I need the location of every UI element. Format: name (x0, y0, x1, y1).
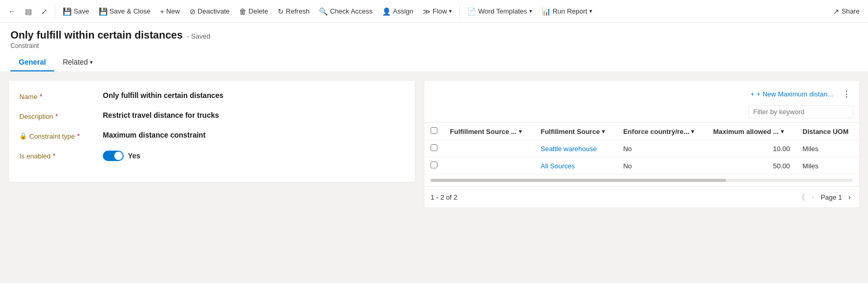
page-title: Only fulfill within certain distances (10, 29, 183, 41)
check-access-icon: 🔍 (319, 7, 328, 16)
row1-col1 (444, 157, 534, 175)
new-maximum-button[interactable]: + + New Maximum distan... (747, 88, 836, 100)
grid-more-button[interactable]: ⋮ (840, 87, 853, 101)
row0-col4: 10.00 (707, 140, 796, 157)
back-button[interactable]: ← (4, 4, 20, 19)
row1-checkbox-cell (424, 157, 444, 175)
more-icon: ⋮ (842, 90, 851, 99)
related-chevron-icon: ▾ (90, 59, 93, 66)
constraint-type-field-row: 🔒 Constraint type * Maximum distance con… (19, 131, 405, 140)
save-close-button[interactable]: 💾 Save & Close (94, 4, 155, 19)
popup-icon: ⤢ (41, 7, 47, 16)
run-report-icon: 📊 (542, 7, 551, 16)
left-panel: Name * Only fulfill within certain dista… (8, 80, 415, 182)
row0-col3: No (617, 140, 707, 157)
right-panel: + + New Maximum distan... ⋮ Fulfillment … (424, 80, 860, 208)
is-enabled-required-indicator: * (53, 152, 55, 160)
first-page-button[interactable]: ⟪ (799, 191, 807, 203)
row1-checkbox[interactable] (431, 162, 437, 168)
run-report-chevron-icon: ▾ (589, 8, 592, 15)
grid-header: + + New Maximum distan... ⋮ (424, 87, 859, 105)
delete-button[interactable]: 🗑 Delete (235, 4, 272, 19)
back-icon: ← (8, 7, 16, 16)
name-value: Only fulfill within certain distances (103, 91, 405, 100)
popup-button[interactable]: ⤢ (37, 4, 52, 19)
row0-col5: Miles (796, 140, 859, 157)
row0-checkbox[interactable] (431, 144, 437, 151)
new-button[interactable]: + New (156, 4, 184, 19)
select-all-checkbox[interactable] (431, 127, 437, 134)
filter-row (424, 105, 859, 122)
new-maximum-icon: + (751, 90, 755, 98)
save-icon: 💾 (63, 7, 72, 16)
name-required-indicator: * (40, 92, 42, 101)
col-header-fulfillment-source-num[interactable]: Fulfillment Source ... ▾ (444, 123, 534, 140)
is-enabled-toggle-container: Yes (103, 151, 140, 161)
flow-button[interactable]: ≫ Flow ▾ (419, 4, 456, 19)
flow-chevron-icon: ▾ (449, 8, 452, 15)
run-report-button[interactable]: 📊 Run Report ▾ (538, 4, 597, 19)
prev-page-button[interactable]: ‹ (810, 191, 816, 203)
save-close-icon: 💾 (99, 7, 108, 16)
share-icon: ↗ (833, 7, 839, 16)
row1-col3: No (617, 157, 707, 175)
word-templates-button[interactable]: 📄 Word Templates ▾ (463, 4, 536, 19)
filter-input[interactable] (748, 105, 853, 118)
assign-button[interactable]: 👤 Assign (378, 4, 418, 19)
col3-sort-icon: ▾ (781, 128, 784, 135)
pagination: 1 - 2 of 2 ⟪ ‹ Page 1 › (424, 186, 859, 207)
check-access-button[interactable]: 🔍 Check Access (315, 4, 377, 19)
table-header-row: Fulfillment Source ... ▾ Fulfillment Sou… (424, 123, 859, 140)
row1-col4: 50.00 (707, 157, 796, 175)
col2-sort-icon: ▾ (691, 128, 694, 135)
constraint-type-required-indicator: * (77, 132, 79, 140)
page-header: Only fulfill within certain distances - … (0, 23, 868, 72)
col-header-enforce-country[interactable]: Enforce country/re... ▾ (617, 123, 707, 140)
pagination-info: 1 - 2 of 2 (431, 193, 457, 201)
refresh-icon: ↻ (278, 7, 284, 16)
name-field-row: Name * Only fulfill within certain dista… (19, 91, 405, 101)
description-label: Description * (19, 111, 103, 120)
delete-icon: 🗑 (239, 7, 246, 16)
constraint-type-label: 🔒 Constraint type * (19, 131, 103, 140)
col-header-maximum-allowed[interactable]: Maximum allowed ... ▾ (707, 123, 796, 140)
col-header-fulfillment-source[interactable]: Fulfillment Source ▾ (534, 123, 617, 140)
scrollbar-thumb[interactable] (431, 179, 726, 182)
assign-icon: 👤 (382, 7, 391, 16)
constraint-type-value: Maximum distance constraint (103, 131, 405, 139)
row1-col2[interactable]: All Sources (534, 157, 617, 175)
sep1 (55, 5, 55, 18)
pagination-controls: ⟪ ‹ Page 1 › (799, 191, 853, 203)
col0-sort-icon: ▾ (519, 128, 522, 135)
toolbar: ← ▤ ⤢ 💾 Save 💾 Save & Close + New ⊘ Deac… (0, 0, 868, 23)
row0-col2[interactable]: Seattle warehouse (534, 140, 617, 157)
scrollbar-track (431, 179, 853, 182)
is-enabled-label: Is enabled * (19, 151, 103, 160)
scrollbar-area (424, 177, 859, 184)
data-table: Fulfillment Source ... ▾ Fulfillment Sou… (424, 122, 859, 175)
deactivate-button[interactable]: ⊘ Deactivate (185, 4, 234, 19)
description-required-indicator: * (55, 112, 58, 120)
col-header-distance-uom[interactable]: Distance UOM (796, 123, 859, 140)
next-page-button[interactable]: › (846, 191, 853, 203)
is-enabled-toggle[interactable] (103, 151, 124, 161)
tab-related[interactable]: Related ▾ (54, 54, 101, 71)
name-label: Name * (19, 91, 103, 101)
page-label: Page 1 (821, 193, 842, 201)
flow-icon: ≫ (423, 7, 431, 16)
is-enabled-field-row: Is enabled * Yes (19, 151, 405, 161)
new-icon: + (160, 7, 164, 16)
tab-general[interactable]: General (10, 54, 54, 71)
word-templates-icon: 📄 (467, 7, 476, 16)
word-templates-chevron-icon: ▾ (529, 8, 532, 15)
share-button[interactable]: ↗ Share (829, 4, 864, 19)
checkbox-col-header (424, 123, 444, 140)
row0-checkbox-cell (424, 140, 444, 157)
save-button[interactable]: 💾 Save (58, 4, 93, 19)
page-subtitle: Constraint (10, 42, 858, 50)
main-content: Name * Only fulfill within certain dista… (0, 72, 868, 216)
description-value: Restrict travel distance for trucks (103, 111, 405, 119)
refresh-button[interactable]: ↻ Refresh (274, 4, 314, 19)
journal-button[interactable]: ▤ (21, 4, 36, 19)
row1-col5: Miles (796, 157, 859, 175)
